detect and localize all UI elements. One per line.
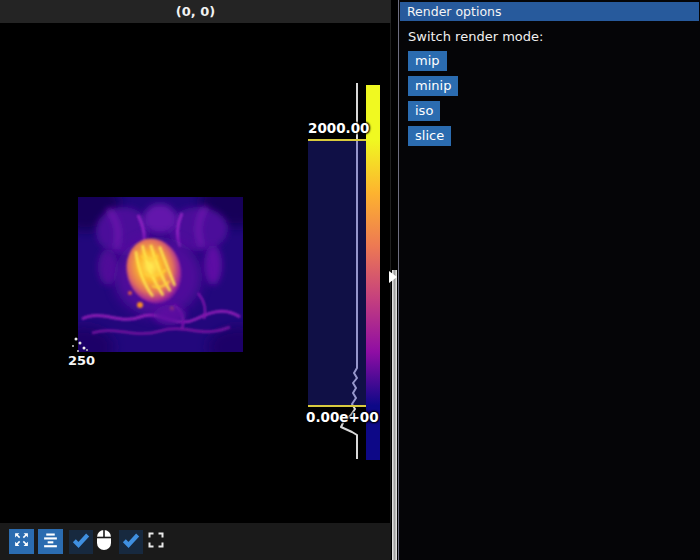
panzoom-toggle[interactable] (69, 530, 93, 554)
autoscale-button[interactable] (9, 529, 34, 554)
render-mode-button-minip[interactable]: minip (408, 76, 458, 96)
panel-titlebar[interactable]: Render options (400, 2, 699, 21)
render-canvas[interactable]: 250 2000.00 0.00e+00 (0, 23, 391, 523)
mouse-indicator (95, 530, 113, 554)
application-window: (0, 0) (0, 0, 700, 560)
x-axis-tick-label: 250 (68, 353, 95, 368)
checkbox-check-icon (71, 530, 91, 554)
viewer-panel: (0, 0) (0, 0, 391, 560)
checkbox-check-icon (121, 530, 141, 554)
center-scene-button[interactable] (38, 529, 63, 554)
viewer-toolbar (0, 523, 391, 560)
lut-colorbar[interactable] (366, 85, 380, 460)
panel-title: Render options (407, 4, 502, 19)
panel-body: Switch render mode: mip minip iso slice (399, 21, 700, 146)
render-mode-button-mip[interactable]: mip (408, 51, 447, 71)
render-options-panel: Render options Switch render mode: mip m… (398, 0, 700, 560)
vmin-label: 0.00e+00 (306, 409, 379, 425)
controller-toggle[interactable] (119, 530, 143, 554)
collapse-arrow-icon[interactable] (389, 271, 397, 283)
linear-region-selector[interactable] (308, 139, 368, 407)
mouse-icon (96, 529, 112, 555)
expand-arrows-icon (13, 531, 30, 552)
subplot-title: (0, 0) (176, 4, 215, 19)
fullscreen-button[interactable] (147, 533, 165, 551)
align-center-icon (42, 531, 59, 552)
render-mode-button-iso[interactable]: iso (408, 101, 440, 121)
subplot-titlebar: (0, 0) (0, 0, 391, 23)
render-mode-button-slice[interactable]: slice (408, 126, 451, 146)
volume-render-image[interactable] (78, 197, 243, 352)
axes-marker-dots (0, 23, 2, 25)
fullscreen-corners-icon (148, 532, 164, 552)
panel-resize-handle[interactable] (392, 270, 397, 560)
vmax-label: 2000.00 (308, 120, 370, 136)
render-mode-prompt: Switch render mode: (408, 29, 700, 44)
